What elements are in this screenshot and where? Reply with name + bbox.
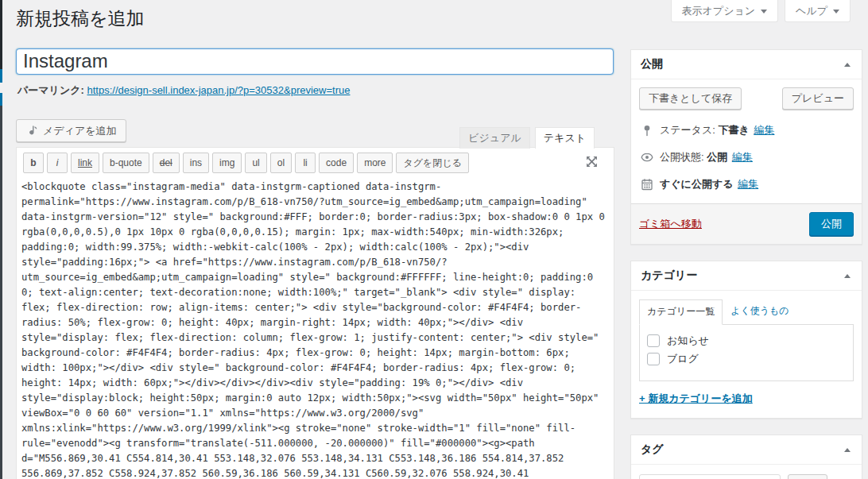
tags-panel: タグ 追加	[630, 435, 862, 479]
status-value: 下書き	[718, 124, 749, 136]
tag-input-row: 追加	[631, 465, 862, 479]
fullscreen-button[interactable]	[584, 154, 599, 172]
category-label: ブログ	[667, 352, 699, 366]
tags-panel-header[interactable]: タグ	[631, 435, 862, 465]
save-draft-button[interactable]: 下書きとして保存	[639, 87, 742, 110]
qt-code-button[interactable]: code	[319, 153, 354, 173]
edit-schedule-link[interactable]: 編集	[738, 178, 758, 190]
add-new-post-screen: 表示オプション ヘルプ 新規投稿を追加 パーマリンク: https://desi…	[0, 0, 868, 479]
minor-publishing-actions: 下書きとして保存 プレビュー	[631, 79, 862, 118]
tab-most-used[interactable]: よく使うもの	[723, 299, 796, 324]
qt-link-button[interactable]: link	[71, 153, 99, 173]
edit-visibility-link[interactable]: 編集	[732, 151, 753, 163]
category-label: お知らせ	[667, 334, 709, 348]
permalink: パーマリンク: https://design-sell.index-japan.…	[17, 83, 350, 98]
expand-icon	[586, 156, 598, 168]
category-item: お知らせ	[647, 332, 853, 350]
eye-icon	[641, 151, 653, 164]
permalink-link[interactable]: https://design-sell.index-japan.jp/?p=30…	[87, 84, 350, 96]
post-title-input[interactable]	[16, 48, 614, 75]
categories-panel-title: カテゴリー	[641, 268, 697, 283]
permalink-label: パーマリンク:	[17, 84, 84, 96]
visibility-label: 公開状態:	[660, 151, 704, 163]
add-media-button[interactable]: メディアを追加	[16, 119, 126, 142]
category-tabs: カテゴリー一覧 よく使うもの	[639, 299, 854, 324]
qt-blockquote-button[interactable]: b-quote	[103, 153, 149, 173]
add-new-category-link[interactable]: + 新規カテゴリーを追加	[639, 392, 753, 406]
schedule-text: すぐに公開する	[660, 178, 734, 190]
category-checkbox[interactable]	[647, 353, 660, 365]
category-checkbox[interactable]	[647, 334, 660, 347]
visibility-value: 公開	[707, 151, 727, 163]
qt-ol-button[interactable]: ol	[270, 153, 292, 173]
qt-del-button[interactable]: del	[153, 153, 180, 173]
admin-menu-gap	[0, 83, 2, 93]
qt-italic-button[interactable]: i	[47, 153, 68, 173]
qt-ul-button[interactable]: ul	[245, 153, 266, 173]
edit-status-link[interactable]: 編集	[754, 124, 774, 136]
quicktags-toolbar: b i link b-quote del ins img ul ol li co…	[17, 148, 614, 177]
add-media-label: メディアを追加	[43, 124, 117, 138]
text-editor: b i link b-quote del ins img ul ol li co…	[16, 147, 614, 479]
qt-close-tags-button[interactable]: タグを閉じる	[396, 153, 468, 173]
post-content-textarea[interactable]: <blockquote class="instagram-media" data…	[17, 177, 614, 479]
admin-menu-highlight	[0, 69, 2, 83]
qt-img-button[interactable]: img	[212, 153, 242, 173]
sidebar: 公開 下書きとして保存 プレビュー ステータス: 下書き 編集	[630, 0, 862, 479]
editor-tools-row: メディアを追加 ビジュアル テキスト	[16, 119, 614, 148]
tab-text[interactable]: テキスト	[535, 127, 595, 149]
status-row: ステータス: 下書き 編集	[631, 118, 862, 145]
collapse-toggle-icon[interactable]	[844, 63, 851, 67]
admin-menu-lower	[0, 106, 2, 479]
category-item: ブログ	[647, 350, 853, 369]
publish-panel-title: 公開	[641, 57, 663, 71]
tag-input[interactable]	[639, 474, 781, 479]
publish-panel: 公開 下書きとして保存 プレビュー ステータス: 下書き 編集	[630, 49, 862, 245]
media-note-icon	[25, 125, 38, 137]
qt-li-button[interactable]: li	[295, 153, 316, 173]
schedule-row: すぐに公開する 編集	[631, 172, 862, 199]
publish-button[interactable]: 公開	[809, 212, 854, 236]
qt-bold-button[interactable]: b	[23, 153, 44, 173]
add-tag-button[interactable]: 追加	[788, 474, 827, 479]
preview-button[interactable]: プレビュー	[782, 87, 854, 110]
pin-icon	[641, 124, 653, 137]
category-checklist: お知らせ ブログ	[639, 324, 854, 381]
visibility-row: 公開状態: 公開 編集	[631, 145, 862, 172]
categories-panel: カテゴリー カテゴリー一覧 よく使うもの お知らせ ブログ + 新規カテゴリーを…	[630, 261, 862, 419]
collapse-toggle-icon[interactable]	[844, 274, 851, 278]
publish-panel-header[interactable]: 公開	[631, 50, 862, 79]
major-publishing-actions: ゴミ箱へ移動 公開	[631, 203, 862, 244]
qt-ins-button[interactable]: ins	[183, 153, 209, 173]
status-label: ステータス:	[660, 124, 715, 136]
move-to-trash-link[interactable]: ゴミ箱へ移動	[639, 217, 702, 231]
qt-more-button[interactable]: more	[357, 153, 393, 173]
calendar-icon	[641, 178, 653, 191]
categories-panel-header[interactable]: カテゴリー	[631, 261, 862, 291]
admin-menu-edge	[0, 0, 2, 479]
editor-mode-tabs: ビジュアル テキスト	[459, 127, 595, 149]
collapse-toggle-icon[interactable]	[844, 448, 851, 452]
tab-visual[interactable]: ビジュアル	[459, 127, 530, 149]
tags-panel-title: タグ	[641, 442, 664, 457]
tab-all-categories[interactable]: カテゴリー一覧	[639, 299, 723, 325]
page-title: 新規投稿を追加	[16, 7, 145, 30]
admin-menu-highlight	[0, 93, 2, 106]
